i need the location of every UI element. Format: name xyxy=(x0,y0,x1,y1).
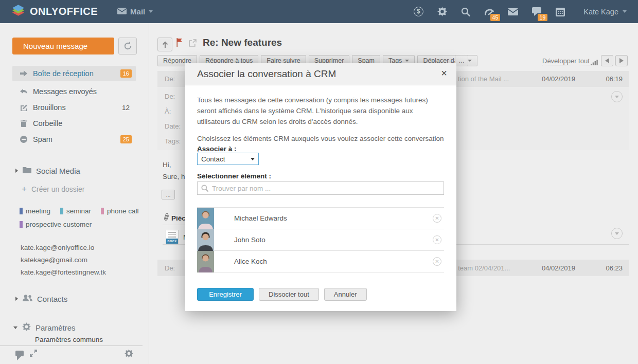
contacts-people-icon xyxy=(23,294,32,303)
sidebar-item-drafts[interactable]: Brouillons 12 xyxy=(12,100,136,115)
sidebar-item-trash[interactable]: Corbeille xyxy=(12,116,136,131)
calendar-icon[interactable] xyxy=(555,6,566,17)
linked-contacts-list: Michael Edwards ✕ John Soto ✕ Alice Koch… xyxy=(197,207,444,272)
next-conversation-button[interactable] xyxy=(615,55,628,66)
account-address[interactable]: kate.kage@fortestingnew.tk xyxy=(21,268,106,276)
draft-pencil-icon xyxy=(20,104,28,111)
folder-label: Corbeille xyxy=(33,119,62,128)
tag-label: seminar xyxy=(66,207,91,215)
mail-icon[interactable] xyxy=(507,6,519,17)
onlyoffice-logo-icon xyxy=(11,4,25,20)
onlyoffice-logo[interactable]: ONLYOFFICE xyxy=(11,4,98,20)
more-actions-button[interactable]: ... xyxy=(455,55,468,66)
drafts-count: 12 xyxy=(122,104,130,112)
sidebar-item-social-media[interactable]: Social Media xyxy=(15,166,80,175)
tag-label: meeting xyxy=(26,207,50,215)
back-to-list-button[interactable] xyxy=(157,38,172,51)
expand-down-icon[interactable] xyxy=(13,326,17,329)
unlink-contact-icon[interactable]: ✕ xyxy=(433,257,441,266)
close-icon[interactable]: × xyxy=(441,67,447,79)
sidebar-item-common-settings[interactable]: Paramètres communs xyxy=(35,336,103,343)
sort-bars-icon[interactable] xyxy=(591,58,598,67)
folder-closed-icon xyxy=(23,166,31,175)
linked-contact-row: John Soto ✕ xyxy=(197,229,444,251)
tag-phone-call[interactable]: phone call xyxy=(101,207,139,215)
sidebar-item-contacts[interactable]: Contacts xyxy=(15,294,67,303)
search-icon[interactable] xyxy=(460,6,471,17)
cancel-button[interactable]: Annuler xyxy=(324,288,367,301)
sidebar: Nouveau message Boîte de réception 16 Me… xyxy=(0,23,149,364)
prev-conversation-button[interactable] xyxy=(601,55,613,66)
chat-icon[interactable]: 19 xyxy=(531,6,542,17)
conversation-subject: Re: New features xyxy=(203,37,282,48)
sidebar-item-spam[interactable]: Spam 25 xyxy=(12,132,136,147)
tag-prospective-customer[interactable]: prospective customer xyxy=(20,221,92,228)
folder-label: Spam xyxy=(33,135,52,143)
unlink-contact-icon[interactable]: ✕ xyxy=(433,214,441,223)
dialog-description: Tous les messages de cette conversation … xyxy=(197,95,447,127)
new-message-button[interactable]: Nouveau message xyxy=(12,38,114,54)
account-address[interactable]: kate.kage@onlyoffice.io xyxy=(21,244,94,251)
expand-right-icon[interactable] xyxy=(15,297,18,301)
gear-icon[interactable] xyxy=(436,6,448,17)
expand-right-icon[interactable] xyxy=(15,169,18,173)
tag-color-swatch xyxy=(60,208,63,214)
chevron-down-icon xyxy=(149,10,153,13)
attachments-header: Pièc xyxy=(164,213,186,223)
message-options-button[interactable] xyxy=(611,228,623,239)
search-by-name-input[interactable] xyxy=(197,181,444,195)
open-in-new-icon[interactable] xyxy=(189,39,197,49)
chevron-down-icon xyxy=(405,60,409,62)
tag-meeting[interactable]: meeting xyxy=(20,207,50,215)
message-time: 06:23 xyxy=(606,264,623,272)
entity-type-select[interactable]: Contact xyxy=(197,153,259,165)
chevron-left-icon xyxy=(605,58,609,63)
message-options-button[interactable] xyxy=(611,91,623,102)
arrow-up-icon xyxy=(162,41,169,48)
expand-panel-icon[interactable] xyxy=(30,350,37,359)
module-switcher[interactable]: Mail xyxy=(117,7,153,16)
brand-name: ONLYOFFICE xyxy=(30,6,98,17)
docx-file-icon[interactable]: DOCX xyxy=(166,230,179,244)
support-chat-icon[interactable] xyxy=(15,351,24,356)
chevron-down-icon xyxy=(251,158,255,160)
chevron-right-icon xyxy=(619,58,624,63)
chevron-down-icon xyxy=(468,60,472,62)
associate-to-label: Associer à : xyxy=(197,145,237,153)
tag-color-swatch xyxy=(20,221,23,228)
sidebar-footer-divider xyxy=(0,345,143,346)
paperclip-icon xyxy=(162,212,170,224)
chevron-down-icon xyxy=(615,232,619,235)
date-label: Date: xyxy=(165,122,181,130)
user-menu[interactable]: Kate Kage xyxy=(583,8,627,16)
save-button[interactable]: Enregistrer xyxy=(197,288,254,301)
show-quoted-text-button[interactable]: ... xyxy=(162,190,175,199)
sidebar-gear-icon[interactable] xyxy=(125,349,133,360)
account-address[interactable]: katekage@gmail.com xyxy=(21,256,87,264)
tag-seminar[interactable]: seminar xyxy=(60,207,91,215)
contact-name: Michael Edwards xyxy=(234,214,287,222)
settings-gear-icon xyxy=(22,322,31,333)
inbox-arrow-icon xyxy=(20,70,28,77)
from-label: De: xyxy=(165,264,175,272)
tag-label: phone call xyxy=(107,207,139,215)
sidebar-item-settings[interactable]: Paramètres xyxy=(13,322,76,333)
dialog-buttons: Enregistrer Dissocier tout Annuler xyxy=(197,288,367,301)
plus-icon: + xyxy=(22,186,27,193)
payments-icon[interactable]: $ xyxy=(413,6,424,17)
sidebar-item-sent[interactable]: Messages envoyés xyxy=(12,84,136,99)
linked-contact-row: Alice Koch ✕ xyxy=(197,251,444,272)
linked-contact-row: Michael Edwards ✕ xyxy=(197,208,444,229)
unlink-all-button[interactable]: Dissocier tout xyxy=(259,288,319,301)
expand-all-link[interactable]: Développer tout xyxy=(542,57,590,65)
unlink-contact-icon[interactable]: ✕ xyxy=(433,235,441,244)
refresh-button[interactable] xyxy=(118,38,137,54)
feedback-gauge-icon[interactable]: 45 xyxy=(484,6,495,17)
message-body-line: Hi, xyxy=(163,161,171,169)
from-label: De: xyxy=(165,75,175,83)
flag-important-icon[interactable] xyxy=(176,38,183,49)
entity-type-value: Contact xyxy=(201,155,251,163)
create-folder-button[interactable]: + Créer un dossier xyxy=(22,185,84,193)
to-label: À: xyxy=(165,107,171,115)
sidebar-item-inbox[interactable]: Boîte de réception 16 xyxy=(12,66,136,81)
